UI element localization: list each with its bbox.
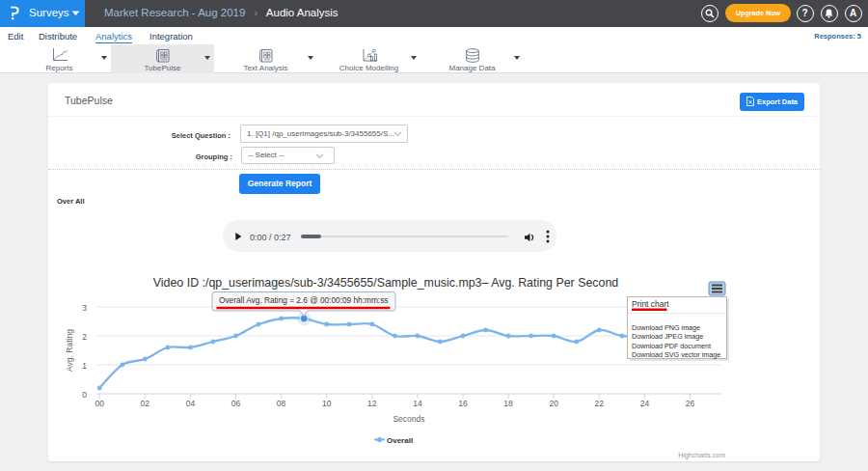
- svg-text:Avg. Rating: Avg. Rating: [65, 329, 74, 372]
- svg-text:02: 02: [141, 399, 150, 408]
- svg-text:3: 3: [82, 303, 87, 313]
- svg-text:Overall: Overall: [387, 436, 413, 445]
- svg-text:Highcharts.com: Highcharts.com: [678, 452, 725, 459]
- svg-text:Print chart: Print chart: [632, 299, 669, 309]
- svg-text:08: 08: [277, 399, 286, 408]
- svg-text:Overall Avg. Rating = 2.6 @ 00: Overall Avg. Rating = 2.6 @ 00:00:09 hh:…: [219, 295, 388, 305]
- svg-text:22: 22: [595, 399, 605, 408]
- svg-text:18: 18: [503, 399, 513, 408]
- svg-text:14: 14: [413, 399, 422, 408]
- svg-text:Download JPEG image: Download JPEG image: [632, 332, 703, 341]
- svg-text:Download PNG image: Download PNG image: [632, 323, 700, 332]
- svg-text:2: 2: [82, 332, 87, 342]
- svg-text:00: 00: [95, 399, 104, 408]
- svg-text:Download PDF document: Download PDF document: [632, 342, 711, 350]
- svg-text:12: 12: [367, 399, 377, 408]
- svg-text:Seconds: Seconds: [393, 414, 424, 424]
- svg-text:16: 16: [458, 399, 468, 408]
- svg-text:1: 1: [82, 361, 87, 371]
- svg-text:Download SVG vector image: Download SVG vector image: [632, 350, 720, 359]
- svg-text:0: 0: [82, 390, 87, 400]
- svg-text:20: 20: [549, 399, 558, 408]
- svg-text:04: 04: [186, 399, 196, 408]
- svg-text:24: 24: [640, 399, 650, 408]
- svg-text:10: 10: [322, 399, 332, 408]
- svg-text:06: 06: [231, 399, 241, 408]
- svg-text:26: 26: [686, 399, 695, 408]
- svg-text:Video ID :/qp_userimages/sub-3: Video ID :/qp_userimages/sub-3/3455655/S…: [153, 276, 618, 290]
